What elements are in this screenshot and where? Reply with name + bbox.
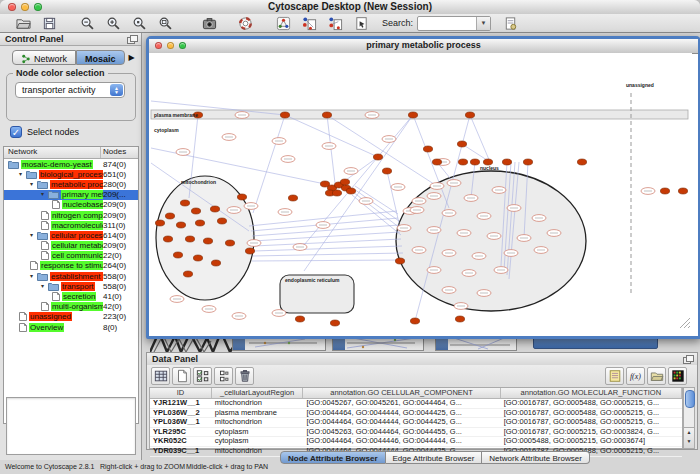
table-row[interactable]: YLR295Ccytoplasm[GO:0045263, GO:0044464,… <box>150 428 682 438</box>
tree-row[interactable]: secretion41(0) <box>4 291 138 301</box>
graph-node[interactable] <box>202 306 216 313</box>
select-nodes-checkbox[interactable]: ✓ <box>10 126 22 138</box>
graph-node-selected[interactable] <box>502 159 511 165</box>
graph-node[interactable] <box>534 247 548 254</box>
delete-attribute-icon[interactable] <box>235 367 254 385</box>
graph-node-selected[interactable] <box>211 260 220 266</box>
table-cell[interactable]: YJR121W__1 <box>150 399 212 408</box>
table-cell[interactable]: YDR039C__1 <box>150 447 212 456</box>
graph-node[interactable] <box>492 187 506 194</box>
graph-node[interactable] <box>427 267 441 274</box>
tree-row[interactable]: ▾transport558(0) <box>4 281 138 291</box>
graph-edge[interactable] <box>327 115 437 186</box>
graph-node[interactable] <box>293 244 307 251</box>
graph-node[interactable] <box>281 156 295 163</box>
tree-row[interactable]: unassigned223(0) <box>4 312 138 322</box>
zoom-selected-icon[interactable] <box>126 14 152 32</box>
graph-node[interactable] <box>391 184 405 191</box>
graph-node[interactable] <box>397 225 411 232</box>
tree-row[interactable]: ▾establishment of lo558(0) <box>4 271 138 281</box>
network-window-titlebar[interactable]: primary metabolic process <box>149 39 698 54</box>
search-field[interactable] <box>420 17 478 30</box>
expander-icon[interactable]: ▾ <box>30 181 37 188</box>
graph-node[interactable] <box>410 207 424 214</box>
expander-icon[interactable]: ▾ <box>19 171 26 178</box>
graph-node[interactable] <box>227 207 241 214</box>
float-panel-icon[interactable] <box>127 35 138 44</box>
graph-node-selected[interactable] <box>225 240 234 246</box>
tab-network[interactable]: Network <box>12 50 76 65</box>
table-scrollbar[interactable]: ▲▼ <box>683 387 695 449</box>
graph-edge[interactable] <box>253 253 403 256</box>
graph-node[interactable] <box>412 198 426 205</box>
new-attribute-icon[interactable] <box>172 367 191 385</box>
graph-node[interactable] <box>477 290 491 297</box>
graph-edge[interactable] <box>387 171 399 223</box>
graph-node[interactable] <box>427 193 441 200</box>
graph-edge[interactable] <box>253 115 285 213</box>
table-cell[interactable]: mitochondrion <box>212 399 304 408</box>
graph-node[interactable] <box>272 138 286 145</box>
table-row[interactable]: YJR121W__1mitochondrion[GO:0045267, GO:0… <box>150 399 682 409</box>
tree-row[interactable]: nucleobase-con209(0) <box>4 200 138 210</box>
graph-node[interactable] <box>232 313 246 320</box>
graph-node-selected[interactable] <box>423 146 432 152</box>
graph-node-selected[interactable] <box>346 188 355 194</box>
tree-row[interactable]: ▾biological_process651(0) <box>4 169 138 179</box>
expander-icon[interactable]: ▾ <box>30 232 37 239</box>
table-cell[interactable]: [GO:0045263, GO:0044464, GO:0044455, G..… <box>303 428 500 437</box>
graph-node-selected[interactable] <box>217 218 226 224</box>
graph-node-selected[interactable] <box>176 222 185 228</box>
attribute-table-icon[interactable] <box>151 367 170 385</box>
tab-overflow-arrow-icon[interactable]: ▶ <box>129 50 135 65</box>
table-cell[interactable]: [GO:0045267, GO:0045261, GO:0044464, G..… <box>303 399 500 408</box>
graph-node[interactable] <box>272 310 286 317</box>
graph-node[interactable] <box>222 134 236 141</box>
table-cell[interactable]: [GO:0016787, GO:0005215, GO:0003824, G..… <box>501 428 682 437</box>
graph-node-selected[interactable] <box>455 316 464 322</box>
expander-icon[interactable]: ▾ <box>41 283 48 290</box>
network-graph[interactable]: plasma membranecytoplasmmitochondrionnuc… <box>149 53 692 330</box>
tree-row[interactable]: nitrogen compo209(0) <box>4 210 138 220</box>
graph-node-selected[interactable] <box>173 252 182 258</box>
graph-edge[interactable] <box>470 115 490 162</box>
window-titlebar[interactable]: Cytoscape Desktop (New Session) <box>0 0 700 15</box>
graph-edge[interactable] <box>254 239 401 246</box>
graph-node[interactable] <box>427 227 441 234</box>
heatmap-icon[interactable] <box>668 367 687 385</box>
graph-node-selected[interactable] <box>458 159 467 165</box>
table-row[interactable]: YPL036W__2plasma membrane[GO:0044464, GO… <box>150 409 682 419</box>
region-nucleus[interactable] <box>396 171 586 311</box>
tree-row[interactable]: cell communicat22(0) <box>4 251 138 261</box>
table-cell[interactable]: mitochondrion <box>212 418 304 427</box>
graph-edge[interactable] <box>254 246 402 251</box>
tree-row[interactable]: cellular metabo209(0) <box>4 241 138 251</box>
tree-row[interactable]: ▾metabolic process280(0) <box>4 179 138 189</box>
graph-node[interactable] <box>430 183 444 190</box>
graph-node-selected[interactable] <box>340 179 349 185</box>
zoom-out-icon[interactable] <box>74 14 100 32</box>
import-attributes-icon[interactable] <box>647 367 666 385</box>
graph-node[interactable] <box>517 235 531 242</box>
table-cell[interactable]: [GO:0044464, GO:0044444, GO:0044425, G..… <box>303 418 500 427</box>
table-cell[interactable]: [GO:0044464, GO:0044444, GO:0044425, G..… <box>303 409 500 418</box>
graph-node[interactable] <box>442 250 456 257</box>
graph-node[interactable] <box>442 210 456 217</box>
graph-node-selected[interactable] <box>183 271 192 277</box>
tree-row[interactable]: ▾primary metabolic209(... <box>4 190 138 200</box>
region-plasma-membrane[interactable] <box>151 110 688 119</box>
graph-node-selected[interactable] <box>470 159 479 165</box>
graph-node[interactable] <box>442 287 456 294</box>
graph-node-selected[interactable] <box>523 159 532 165</box>
annotation-icon[interactable] <box>348 14 374 32</box>
graph-node-selected[interactable] <box>465 112 474 118</box>
table-cell[interactable]: YKR052C <box>150 437 212 446</box>
graph-node-selected[interactable] <box>195 220 204 226</box>
expander-icon[interactable]: ▾ <box>41 191 48 198</box>
graph-node-selected[interactable] <box>288 195 297 201</box>
graph-node[interactable] <box>322 143 336 150</box>
graph-node-selected[interactable] <box>408 112 417 118</box>
graph-node-selected[interactable] <box>373 154 382 160</box>
graph-node-selected[interactable] <box>191 208 200 214</box>
graph-edge[interactable] <box>252 260 405 261</box>
